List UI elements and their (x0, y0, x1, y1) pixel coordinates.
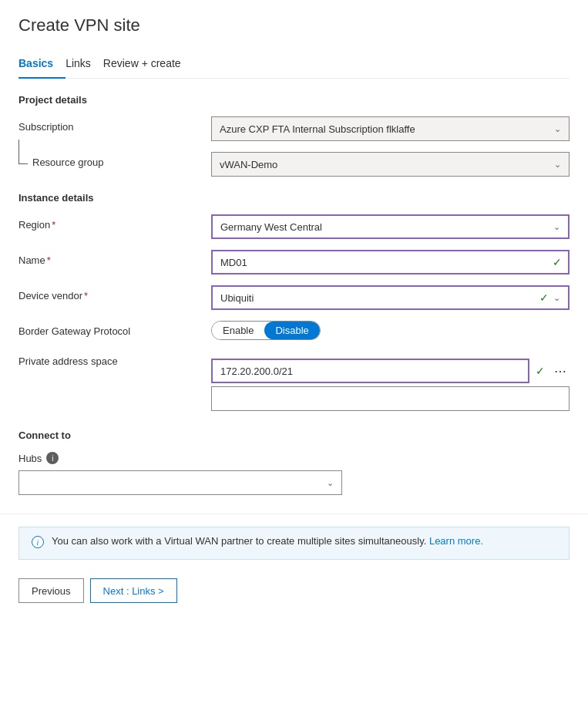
device-vendor-check-icon: ✓ (539, 291, 549, 304)
name-label: Name* (18, 250, 211, 266)
bgp-toggle: Enable Disable (211, 321, 321, 340)
region-row: Region* Germany West Central ⌄ (18, 214, 570, 239)
device-vendor-label: Device vendor* (18, 285, 211, 301)
device-vendor-control: Ubiquiti ✓ ⌄ (211, 285, 570, 310)
subscription-label: Subscription (18, 116, 211, 133)
resource-group-value: vWAN-Demo (220, 159, 277, 170)
resource-group-dropdown[interactable]: vWAN-Demo ⌄ (211, 152, 570, 177)
address-input-row: ✓ ⋯ (211, 359, 570, 383)
device-vendor-chevron-icon: ⌄ (553, 293, 560, 303)
region-label: Region* (18, 214, 211, 231)
page-title: Create VPN site (18, 15, 570, 35)
tree-line-icon (18, 140, 28, 164)
project-details-section: Project details Subscription Azure CXP F… (18, 94, 570, 177)
resource-group-control: vWAN-Demo ⌄ (211, 152, 570, 177)
subscription-chevron-icon: ⌄ (554, 124, 561, 134)
private-address-row: Private address space ✓ ⋯ (18, 351, 570, 411)
subscription-dropdown[interactable]: Azure CXP FTA Internal Subscription flkl… (211, 116, 570, 141)
connect-to-section: Connect to Hubs i ⌄ (18, 429, 570, 495)
info-bar-text: You can also work with a Virtual WAN par… (52, 535, 483, 547)
device-vendor-row: Device vendor* Ubiquiti ✓ ⌄ (18, 285, 570, 310)
bgp-disable-button[interactable]: Disable (264, 322, 319, 339)
hubs-dropdown[interactable]: ⌄ (18, 470, 342, 495)
address-check-icon: ✓ (533, 365, 548, 377)
tab-links[interactable]: Links (66, 51, 103, 79)
name-input-wrapper: ✓ (211, 250, 570, 275)
address-input[interactable] (211, 359, 529, 383)
address-empty-input[interactable] (211, 386, 570, 411)
project-details-title: Project details (18, 94, 570, 106)
info-bar: i You can also work with a Virtual WAN p… (18, 527, 570, 560)
previous-button[interactable]: Previous (18, 578, 84, 603)
info-bar-icon: i (32, 536, 44, 551)
name-control: ✓ (211, 250, 570, 275)
resource-group-label: Resource group (32, 152, 202, 168)
subscription-value: Azure CXP FTA Internal Subscription flkl… (220, 123, 415, 135)
instance-details-title: Instance details (18, 192, 570, 204)
footer-area: i You can also work with a Virtual WAN p… (0, 514, 588, 609)
hubs-info-icon[interactable]: i (46, 452, 59, 464)
hubs-label-text: Hubs (18, 453, 42, 464)
region-control: Germany West Central ⌄ (211, 214, 570, 239)
hubs-chevron-icon: ⌄ (327, 478, 334, 488)
tab-review[interactable]: Review + create (103, 51, 193, 79)
name-row: Name* ✓ (18, 250, 570, 275)
region-dropdown[interactable]: Germany West Central ⌄ (211, 214, 570, 239)
footer-buttons: Previous Next : Links > (18, 572, 570, 609)
private-address-control: ✓ ⋯ (211, 351, 570, 411)
private-address-label: Private address space (18, 351, 211, 367)
tabs-bar: Basics Links Review + create (18, 51, 570, 79)
device-vendor-value: Ubiquiti (220, 292, 539, 304)
resource-group-row: Resource group vWAN-Demo ⌄ (18, 152, 570, 177)
address-more-icon[interactable]: ⋯ (551, 364, 570, 379)
resource-group-chevron-icon: ⌄ (554, 160, 561, 170)
name-check-icon: ✓ (553, 256, 568, 268)
bgp-label: Border Gateway Protocol (18, 321, 211, 337)
connect-to-title: Connect to (18, 429, 570, 441)
next-button[interactable]: Next : Links > (90, 578, 177, 603)
learn-more-link[interactable]: Learn more. (429, 535, 483, 547)
device-vendor-dropdown[interactable]: Ubiquiti ✓ ⌄ (211, 285, 570, 310)
bgp-control: Enable Disable (211, 321, 570, 340)
region-chevron-icon: ⌄ (553, 222, 560, 232)
tab-basics[interactable]: Basics (18, 51, 66, 79)
instance-details-section: Instance details Region* Germany West Ce… (18, 192, 570, 411)
subscription-row: Subscription Azure CXP FTA Internal Subs… (18, 116, 570, 141)
name-input[interactable] (213, 257, 553, 268)
bgp-enable-button[interactable]: Enable (212, 322, 264, 339)
bgp-row: Border Gateway Protocol Enable Disable (18, 321, 570, 340)
subscription-control: Azure CXP FTA Internal Subscription flkl… (211, 116, 570, 141)
svg-text:i: i (37, 538, 39, 547)
region-value: Germany West Central (220, 221, 553, 233)
hubs-label-row: Hubs i (18, 452, 570, 464)
